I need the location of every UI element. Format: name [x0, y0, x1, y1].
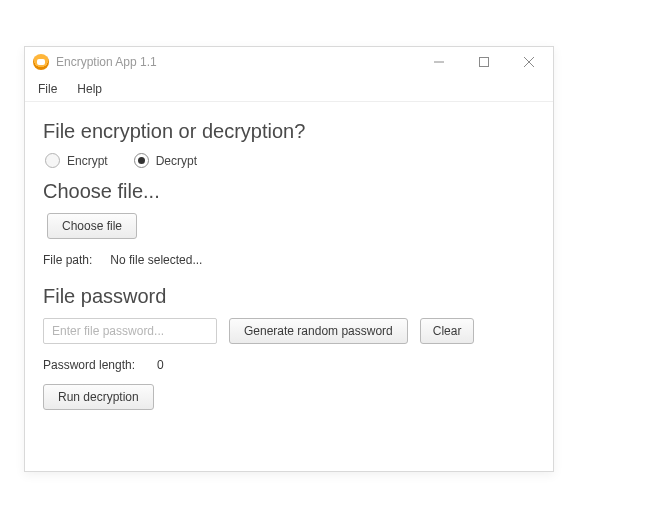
radio-encrypt[interactable]: Encrypt — [45, 153, 108, 168]
content-area: File encryption or decryption? Encrypt D… — [25, 102, 553, 420]
clear-button[interactable]: Clear — [420, 318, 475, 344]
file-heading: Choose file... — [43, 180, 537, 203]
radio-label: Decrypt — [156, 154, 197, 168]
title-bar: Encryption App 1.1 — [25, 47, 553, 77]
password-input[interactable]: Enter file password... — [43, 318, 217, 344]
window-title: Encryption App 1.1 — [56, 55, 416, 69]
mode-radio-group: Encrypt Decrypt — [43, 153, 537, 168]
generate-password-button[interactable]: Generate random password — [229, 318, 408, 344]
menu-bar: File Help — [25, 77, 553, 102]
file-path-value: No file selected... — [110, 253, 202, 267]
file-section: Choose file File path: No file selected.… — [43, 213, 537, 267]
choose-file-button[interactable]: Choose file — [47, 213, 137, 239]
menu-file[interactable]: File — [28, 79, 67, 99]
menu-help[interactable]: Help — [67, 79, 112, 99]
password-length-label: Password length: — [43, 358, 135, 372]
minimize-button[interactable] — [416, 47, 461, 77]
password-length-value: 0 — [157, 358, 164, 372]
password-placeholder: Enter file password... — [52, 324, 164, 338]
app-window: Encryption App 1.1 File Help File encryp… — [24, 46, 554, 472]
password-length-row: Password length: 0 — [43, 358, 537, 372]
file-path-row: File path: No file selected... — [43, 253, 537, 267]
close-button[interactable] — [506, 47, 551, 77]
maximize-button[interactable] — [461, 47, 506, 77]
mode-heading: File encryption or decryption? — [43, 120, 537, 143]
radio-indicator — [45, 153, 60, 168]
run-button[interactable]: Run decryption — [43, 384, 154, 410]
svg-rect-1 — [479, 58, 488, 67]
radio-indicator — [134, 153, 149, 168]
app-icon — [33, 54, 49, 70]
window-controls — [416, 47, 551, 77]
password-heading: File password — [43, 285, 537, 308]
password-row: Enter file password... Generate random p… — [43, 318, 537, 344]
file-path-label: File path: — [43, 253, 92, 267]
radio-label: Encrypt — [67, 154, 108, 168]
radio-decrypt[interactable]: Decrypt — [134, 153, 197, 168]
